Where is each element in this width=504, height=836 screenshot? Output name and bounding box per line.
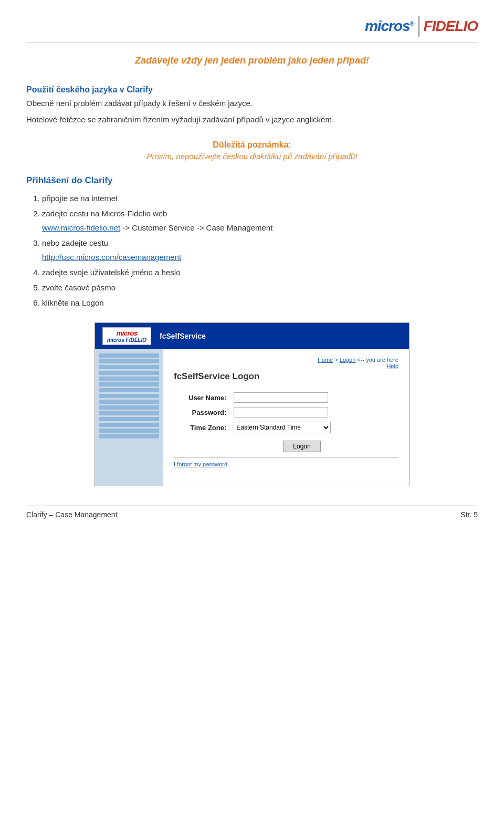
stripe-4 — [99, 371, 159, 375]
stripe-3 — [99, 365, 159, 369]
footer-left: Clarify – Case Management — [26, 510, 118, 519]
stripe-8 — [99, 394, 159, 398]
nav-logon-link[interactable]: Logon — [340, 357, 356, 363]
logo-fidelio-text: FIDELIO — [424, 18, 478, 35]
step-5: zvolte časové pásmo — [42, 280, 478, 295]
step-3: nebo zadejte cestu http://usc.micros.com… — [42, 236, 478, 264]
password-input[interactable] — [234, 407, 328, 417]
step-4: zadejte svoje uživatelské jméno a heslo — [42, 265, 478, 279]
main-title: Zadávejte vždy jen jeden problém jako je… — [26, 55, 478, 66]
stripe-11 — [99, 411, 159, 415]
step-2: zadejte cestu na Micros-Fidelio web www.… — [42, 206, 478, 235]
mockup-header-logo-fidelio: micros FIDELIO — [107, 337, 146, 343]
mockup-header-logo-micros: micros — [107, 329, 146, 337]
mockup-nav: Home > Logon <-- you are here Help — [174, 357, 398, 369]
username-input[interactable] — [234, 392, 328, 403]
steps-list: připojte se na internet zadejte cestu na… — [26, 191, 478, 310]
logon-form: User Name: Password: Time Zone: — [184, 390, 335, 435]
footer-right: Str. 5 — [460, 510, 478, 519]
stripe-5 — [99, 377, 159, 381]
stripe-14 — [99, 429, 159, 433]
timezone-label: Time Zone: — [184, 420, 229, 435]
nav-help-link[interactable]: Help — [386, 363, 398, 369]
forgot-password-link[interactable]: I forgot my password — [174, 457, 398, 467]
stripe-2 — [99, 359, 159, 363]
section1-line1: Obecně není problém zadávat případy k ře… — [26, 98, 478, 110]
mockup-sidebar — [95, 349, 163, 486]
stripe-15 — [99, 434, 159, 438]
section1-line2: Hotelové řetězce se zahraničním řízením … — [26, 114, 478, 126]
logon-button[interactable]: Logon — [283, 441, 320, 452]
mockup-main: Home > Logon <-- you are here Help fcSel… — [163, 349, 409, 486]
timezone-row: Time Zone: Eastern Standard Time — [184, 420, 335, 435]
logo: micros® FIDELIO — [365, 16, 478, 37]
important-text: Prosím, nepoužívejte českou diakritiku p… — [26, 152, 478, 161]
password-row: Password: — [184, 405, 335, 420]
important-label: Důležitá poznámka: — [26, 140, 478, 150]
step-1: připojte se na internet — [42, 191, 478, 205]
stripe-1 — [99, 353, 159, 358]
page-footer: Clarify – Case Management Str. 5 — [26, 506, 478, 519]
mockup-header-label: fcSelfService — [160, 332, 206, 340]
login-mockup: micros micros FIDELIO fcSelfService — [94, 322, 410, 486]
page-header: micros® FIDELIO — [26, 16, 478, 43]
mockup-title: fcSelfService Logon — [174, 371, 398, 382]
nav-sep1: > — [334, 357, 339, 363]
important-block: Důležitá poznámka: Prosím, nepoužívejte … — [26, 140, 478, 161]
section1-heading: Použití českého jazyka v Clarify — [26, 85, 478, 95]
stripe-9 — [99, 400, 159, 404]
sidebar-stripes — [99, 353, 159, 482]
mockup-header: micros micros FIDELIO fcSelfService — [95, 323, 409, 349]
step-6: klikněte na Logon — [42, 296, 478, 310]
timezone-select[interactable]: Eastern Standard Time — [234, 422, 331, 433]
steps-heading: Přihlášení do Clarify — [26, 175, 478, 186]
nav-here: <-- you are here — [357, 357, 398, 363]
logo-divider — [418, 16, 419, 37]
nav-home-link[interactable]: Home — [318, 357, 333, 363]
password-label: Password: — [184, 405, 229, 420]
logo-micros-text: micros® — [365, 18, 414, 35]
mockup-body: Home > Logon <-- you are here Help fcSel… — [95, 349, 409, 486]
stripe-13 — [99, 423, 159, 427]
stripe-12 — [99, 417, 159, 421]
stripe-10 — [99, 405, 159, 410]
stripe-6 — [99, 382, 159, 386]
username-label: User Name: — [184, 390, 229, 405]
step2-link[interactable]: www.micros-fidelio.net — [42, 223, 120, 232]
logon-btn-row: Logon — [205, 441, 398, 452]
stripe-7 — [99, 388, 159, 392]
username-row: User Name: — [184, 390, 335, 405]
step3-link[interactable]: http://usc.micros.com/casemanagement — [42, 253, 181, 262]
